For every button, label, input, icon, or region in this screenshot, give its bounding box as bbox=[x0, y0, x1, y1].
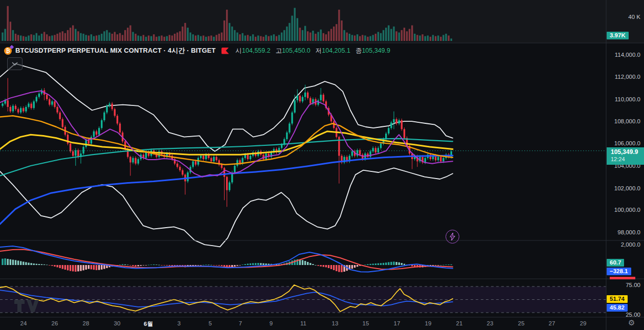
macd-hist-badge: 60.7 bbox=[607, 259, 624, 267]
bar-countdown: 12:24 bbox=[611, 156, 644, 163]
time-axis-label: 21 bbox=[451, 320, 468, 326]
lightning-bolt-icon bbox=[450, 233, 455, 240]
timezone-settings-gear-icon[interactable]: ⚙ bbox=[628, 318, 635, 327]
trading-chart-window: ₿ BTCUSDTPERP PERPETUAL MIX CONTRACT · 4… bbox=[0, 0, 644, 330]
time-axis-label: 29 bbox=[574, 320, 592, 326]
time-axis-label: 7 bbox=[232, 320, 249, 326]
purple-gem-icon bbox=[10, 45, 14, 49]
symbol-legend[interactable]: ₿ BTCUSDTPERP PERPETUAL MIX CONTRACT · 4… bbox=[4, 45, 390, 56]
time-axis-label: 15 bbox=[357, 320, 374, 326]
rsi-level-75-label: 75.00 bbox=[608, 282, 640, 288]
symbol-title[interactable]: BTCUSDTPERP PERPETUAL MIX CONTRACT · 4시간… bbox=[15, 46, 216, 55]
time-axis-label: 19 bbox=[419, 320, 437, 326]
current-price-value: 105,349.9 bbox=[611, 148, 644, 156]
low-label: 저 bbox=[316, 47, 322, 54]
time-axis-label: 11 bbox=[295, 320, 312, 326]
volume-badge: 3.97K bbox=[607, 32, 629, 39]
ohlc-readout: 시104,559.2 고105,450.0 저104,205.1 종105,34… bbox=[236, 47, 390, 55]
time-axis-label: 27 bbox=[543, 320, 561, 326]
price-axis-label: 106,000.0 bbox=[608, 140, 640, 146]
time-axis-label: 30 bbox=[108, 320, 126, 326]
price-axis-label: 102,000.0 bbox=[608, 185, 640, 191]
rsi-level-25-label: 25.00 bbox=[608, 312, 640, 318]
volume-axis-label: 40 K bbox=[608, 14, 640, 20]
time-axis-label: 5 bbox=[202, 320, 219, 326]
price-axis-label: 112,000.0 bbox=[608, 74, 640, 80]
time-axis-label: 13 bbox=[326, 320, 344, 326]
macd-signal-badge-sliver bbox=[610, 277, 635, 279]
open-value: 104,559.2 bbox=[242, 47, 271, 54]
price-axis-label: 110,000.0 bbox=[608, 96, 640, 102]
high-label: 고 bbox=[276, 47, 282, 54]
tradingview-logo-watermark bbox=[13, 299, 41, 313]
quick-trade-button[interactable] bbox=[446, 230, 459, 244]
rsi-ma-badge: 45.82 bbox=[607, 304, 628, 312]
price-axis-label: 108,000.0 bbox=[608, 118, 640, 124]
time-axis-label: 17 bbox=[388, 320, 406, 326]
high-value: 105,450.0 bbox=[282, 47, 310, 54]
close-label: 종 bbox=[356, 47, 362, 54]
time-axis-label: 9 bbox=[262, 320, 280, 326]
time-axis-label: 26 bbox=[46, 320, 63, 326]
time-axis-label: 24 bbox=[15, 320, 32, 326]
chevron-down-icon bbox=[11, 61, 18, 67]
current-price-badge: 105,349.9 12:24 bbox=[607, 147, 644, 165]
price-axis-label: 114,000.0 bbox=[608, 52, 640, 58]
price-axis-label: 98,000.0 bbox=[608, 229, 640, 235]
macd-axis-label: 2,000.0 bbox=[608, 241, 640, 248]
open-label: 시 bbox=[236, 47, 242, 54]
time-axis-label: 28 bbox=[77, 320, 95, 326]
time-axis-label: 25 bbox=[513, 320, 530, 326]
time-axis-label: 23 bbox=[481, 320, 499, 326]
rsi-value-badge: 51.74 bbox=[607, 295, 628, 303]
price-axis-label: 100,000.0 bbox=[608, 207, 640, 213]
collapse-pane-button[interactable] bbox=[7, 57, 23, 70]
time-axis-label: 3 bbox=[170, 320, 188, 326]
macd-value-badge: −328.1 bbox=[607, 268, 631, 275]
time-axis-label: 6월 bbox=[140, 320, 157, 328]
close-value: 105,349.9 bbox=[362, 47, 390, 54]
btc-coin-icon: ₿ bbox=[4, 47, 12, 55]
bitget-logo-icon bbox=[221, 48, 229, 54]
low-value: 104,205.1 bbox=[322, 47, 350, 54]
